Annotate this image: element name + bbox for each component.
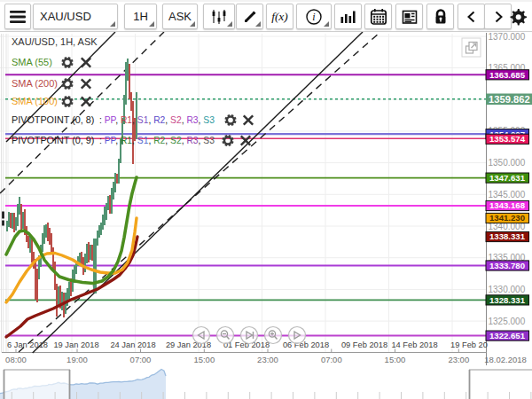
svg-text:1363.685: 1363.685 (489, 70, 526, 80)
svg-text:1359.862: 1359.862 (489, 94, 530, 105)
svg-text:1343.168: 1343.168 (489, 200, 526, 210)
svg-text:SMA (100): SMA (100) (12, 96, 58, 106)
svg-text:1347.631: 1347.631 (489, 173, 526, 183)
svg-text:PIVOTPOINT (0, 8): PIVOTPOINT (0, 8) (12, 114, 94, 125)
svg-text:SMA (55): SMA (55) (12, 57, 52, 67)
svg-text:: PP, R1, S1, R2, S2, R3, S3: : PP, R1, S1, R2, S2, R3, S3 (99, 136, 215, 145)
svg-text:19 Feb 20: 19 Feb 20 (450, 340, 488, 349)
svg-text:1330.000: 1330.000 (489, 285, 526, 294)
svg-text:19 Jan 2018: 19 Jan 2018 (53, 340, 98, 349)
svg-text:: PP, R1, S1, R2, S2, R3, S3: : PP, R1, S1, R2, S2, R3, S3 (99, 115, 215, 125)
svg-text:1322.651: 1322.651 (489, 331, 526, 340)
svg-text:PIVOTPOINT (0, 9): PIVOTPOINT (0, 9) (12, 135, 94, 145)
svg-text:14 Feb 2018: 14 Feb 2018 (391, 340, 437, 349)
svg-text:08:00: 08:00 (5, 355, 27, 364)
svg-text:06 Feb 2018: 06 Feb 2018 (283, 340, 329, 349)
svg-text:1325.000: 1325.000 (489, 317, 526, 326)
svg-text:XAU/USD, 1H, ASK: XAU/USD, 1H, ASK (12, 36, 98, 47)
svg-text:SMA (200): SMA (200) (12, 78, 58, 89)
svg-text:1353.574: 1353.574 (489, 134, 526, 144)
svg-text:09 Feb 2018: 09 Feb 2018 (341, 340, 387, 349)
svg-text:6 Jan 2018: 6 Jan 2018 (7, 340, 48, 349)
svg-text:18.02.2018: 18.02.2018 (484, 355, 527, 364)
svg-text:24 Jan 2018: 24 Jan 2018 (110, 340, 155, 349)
svg-text:15:00: 15:00 (193, 355, 215, 364)
svg-text:07:00: 07:00 (321, 355, 342, 364)
svg-text:19:00: 19:00 (66, 355, 88, 364)
svg-text:23:00: 23:00 (257, 355, 278, 364)
svg-text:1341.230: 1341.230 (489, 213, 525, 223)
svg-text:1345.000: 1345.000 (489, 190, 526, 200)
svg-text:07:00: 07:00 (130, 355, 152, 364)
svg-text:1333.780: 1333.780 (489, 261, 525, 270)
svg-text:i: i (312, 11, 315, 23)
svg-text:1328.331: 1328.331 (489, 295, 526, 305)
svg-text:1338.331: 1338.331 (489, 231, 526, 241)
svg-text:23:00: 23:00 (448, 355, 469, 364)
svg-text:1350.000: 1350.000 (489, 158, 526, 168)
svg-text:1370.000: 1370.000 (489, 32, 526, 42)
svg-text:15:00: 15:00 (385, 355, 406, 364)
